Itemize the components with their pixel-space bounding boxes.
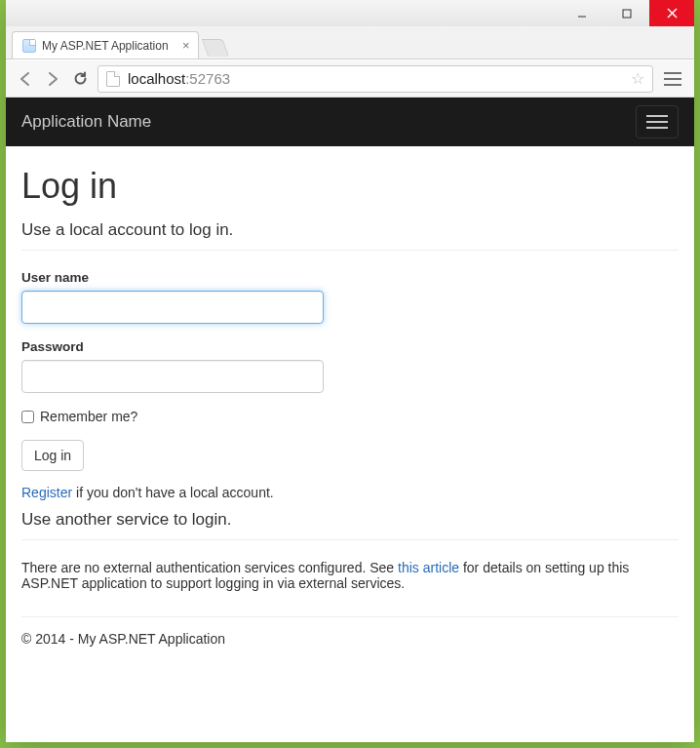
window-maximize-button[interactable] bbox=[604, 0, 649, 27]
external-services-text: There are no external authentication ser… bbox=[21, 560, 679, 591]
divider bbox=[21, 539, 679, 540]
username-group: User name bbox=[21, 270, 679, 324]
password-label: Password bbox=[21, 339, 679, 354]
tab-title: My ASP.NET Application bbox=[42, 39, 169, 53]
url-port: :52763 bbox=[185, 70, 230, 87]
window-titlebar bbox=[6, 0, 694, 27]
browser-toolbar: localhost:52763 ☆ bbox=[6, 60, 694, 98]
register-rest: if you don't have a local account. bbox=[72, 485, 274, 500]
password-group: Password bbox=[21, 339, 679, 393]
other-service-heading: Use another service to login. bbox=[21, 510, 679, 530]
back-button[interactable] bbox=[16, 69, 35, 89]
page-favicon-icon bbox=[22, 39, 36, 53]
new-tab-button[interactable] bbox=[201, 39, 229, 57]
reload-button[interactable] bbox=[70, 69, 90, 89]
page-icon bbox=[106, 71, 120, 87]
remember-me-label: Remember me? bbox=[40, 409, 137, 424]
tab-close-icon[interactable]: × bbox=[182, 38, 190, 53]
nav-toggle-button[interactable] bbox=[636, 105, 679, 138]
bookmark-star-icon[interactable]: ☆ bbox=[631, 69, 644, 88]
login-button[interactable]: Log in bbox=[21, 440, 84, 471]
tab-strip: My ASP.NET Application × bbox=[6, 26, 694, 59]
page-viewport: Application Name Log in Use a local acco… bbox=[6, 98, 694, 742]
external-pre: There are no external authentication ser… bbox=[21, 560, 398, 575]
footer-text: © 2014 - My ASP.NET Application bbox=[21, 631, 679, 658]
password-input[interactable] bbox=[21, 360, 324, 393]
footer-divider bbox=[21, 616, 679, 617]
browser-window: My ASP.NET Application × localhost:52763… bbox=[6, 0, 694, 742]
address-bar[interactable]: localhost:52763 ☆ bbox=[97, 65, 653, 93]
divider bbox=[21, 250, 679, 251]
page-container: Log in Use a local account to log in. Us… bbox=[6, 146, 694, 666]
register-line: Register if you don't have a local accou… bbox=[21, 485, 679, 500]
browser-menu-button[interactable] bbox=[661, 69, 684, 89]
browser-tab[interactable]: My ASP.NET Application × bbox=[12, 31, 199, 59]
page-subheading: Use a local account to log in. bbox=[21, 220, 679, 240]
window-minimize-button[interactable] bbox=[560, 0, 604, 27]
window-close-button[interactable] bbox=[649, 0, 694, 27]
remember-me-group: Remember me? bbox=[21, 409, 679, 424]
app-navbar: Application Name bbox=[6, 98, 694, 146]
app-brand[interactable]: Application Name bbox=[21, 112, 151, 132]
forward-button[interactable] bbox=[43, 69, 62, 89]
username-label: User name bbox=[21, 270, 679, 285]
register-link[interactable]: Register bbox=[21, 485, 72, 500]
svg-rect-1 bbox=[623, 10, 631, 18]
url-host: localhost bbox=[128, 70, 185, 87]
page-heading: Log in bbox=[21, 166, 679, 207]
username-input[interactable] bbox=[21, 291, 324, 324]
external-article-link[interactable]: this article bbox=[398, 560, 459, 575]
remember-me-checkbox[interactable] bbox=[21, 411, 34, 423]
